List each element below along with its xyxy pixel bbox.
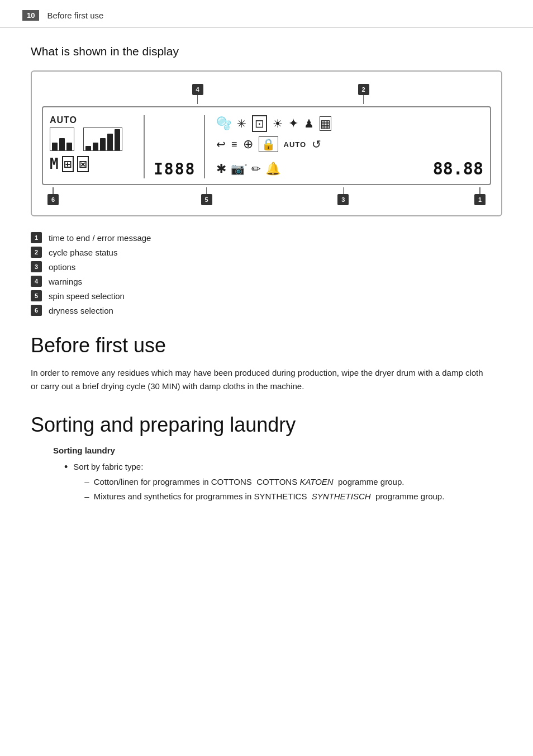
bar (66, 143, 72, 150)
header-title: Before first use (47, 11, 103, 20)
legend-num: 3 (31, 261, 42, 272)
display-panel: AUTO (42, 106, 491, 185)
legend-text: dryness selection (49, 306, 113, 315)
display-diagram: 4 2 AUTO (31, 70, 502, 216)
main-content: What is shown in the display 4 2 AUTO (0, 28, 533, 528)
legend-text: warnings (49, 277, 82, 286)
seg-8b: 8 (175, 160, 184, 178)
sensor-icon: 📷° (231, 162, 247, 176)
bullet-dot: • (64, 461, 68, 474)
pen-icon: ✏ (251, 162, 261, 176)
before-first-use-body: In order to remove any residues which ma… (31, 366, 489, 393)
lock-icon: 🔒 (259, 136, 278, 152)
icon-row-mid: ↩ ≡ ⊕ 🔒 AUTO ↺ (216, 136, 483, 152)
legend-text: cycle phase status (49, 248, 117, 257)
lines-icon: ≡ (231, 139, 237, 150)
legend-item: 5spin speed selection (31, 290, 502, 301)
legend-item: 3options (31, 261, 502, 272)
legend-text: options (49, 262, 75, 272)
legend-text: spin speed selection (49, 291, 125, 301)
dash: – (84, 476, 89, 489)
legend-item: 1time to end / error message (31, 232, 502, 243)
legend-num: 5 (31, 290, 42, 301)
auto-small-label: AUTO (284, 140, 307, 149)
bar (93, 143, 98, 150)
sub-bullet-item: –Cotton/linen for programmes in COTTONS … (84, 476, 444, 489)
callout-group-6: 6 (47, 187, 59, 205)
bullet-list: • Sort by fabric type: –Cotton/linen for… (64, 461, 502, 505)
legend-list: 1time to end / error message2cycle phase… (31, 232, 502, 316)
callout-group-1: 1 (474, 187, 486, 205)
auto-label: AUTO (50, 115, 77, 125)
seg-8: 8 (164, 160, 174, 178)
plus-circle-icon: ⊕ (243, 137, 253, 152)
bar (52, 143, 58, 150)
warm-icon: ☀ (273, 117, 283, 130)
drum-icon: ⊡ (252, 115, 267, 132)
fabric-icon: ▦ (320, 116, 331, 131)
seg-I: I (154, 160, 163, 178)
panel-divider (144, 115, 145, 178)
seg-m: M (50, 155, 59, 172)
callout-1: 1 (474, 194, 486, 205)
legend-item: 6dryness selection (31, 305, 502, 316)
program-icon: ✱ (216, 162, 226, 176)
seg-box2: ⊠ (77, 156, 89, 172)
legend-item: 4warnings (31, 276, 502, 287)
callout-3: 3 (337, 194, 349, 205)
page-number: 10 (22, 10, 39, 21)
legend-num: 6 (31, 305, 42, 316)
sub-bullet-list: –Cotton/linen for programmes in COTTONS … (84, 476, 444, 503)
bar (107, 134, 113, 150)
bullet-text-1: Sort by fabric type: (73, 462, 143, 471)
seg-8c: 8 (185, 160, 195, 178)
panel-left: AUTO (50, 115, 139, 178)
legend-num: 1 (31, 232, 42, 243)
steam-icon: 🫧 (216, 116, 231, 131)
callout-group-3: 3 (337, 187, 349, 205)
callout-4: 4 (192, 84, 203, 95)
person-icon: ♟ (304, 117, 314, 130)
page-header: 10 Before first use (0, 0, 533, 28)
sorting-sub-heading: Sorting laundry (53, 446, 502, 455)
seg-box: ⊞ (62, 156, 74, 172)
bar-chart (50, 127, 122, 151)
hot-icon: ✦ (288, 116, 298, 131)
callout-6: 6 (47, 194, 59, 205)
callout-2: 2 (358, 84, 369, 95)
time-display: 88.88 (433, 159, 483, 178)
icon-row-top: 🫧 ✳ ⊡ ☀ ✦ ♟ ▦ (216, 115, 483, 132)
display-section-heading: What is shown in the display (31, 45, 502, 58)
bar (85, 146, 91, 150)
panel-right: 🫧 ✳ ⊡ ☀ ✦ ♟ ▦ ↩ (210, 115, 483, 178)
reverse-icon: ↩ (216, 138, 226, 151)
legend-num: 2 (31, 247, 42, 258)
bar (115, 129, 120, 150)
panel-mid: I 8 8 8 (149, 115, 199, 178)
sorting-heading: Sorting and preparing laundry (31, 413, 502, 437)
callout-5: 5 (201, 194, 212, 205)
bell-icon: 🔔 (265, 162, 280, 176)
legend-text: time to end / error message (49, 233, 151, 243)
seg-display: I 8 8 8 (154, 160, 195, 178)
refresh-icon: ↺ (312, 138, 321, 151)
panel-divider2 (204, 115, 205, 178)
sub-bullet-text: Cotton/linen for programmes in COTTONS C… (94, 476, 404, 489)
icon-row-bottom: ✱ 📷° ✏ 🔔 88.88 (216, 159, 483, 178)
bullet-item-1: • Sort by fabric type: –Cotton/linen for… (64, 461, 502, 505)
sun-icon: ✳ (237, 117, 246, 130)
dash: – (84, 490, 89, 503)
legend-num: 4 (31, 276, 42, 287)
sub-bullet-text: Mixtures and synthetics for programmes i… (94, 490, 445, 503)
callout-group-5: 5 (201, 187, 212, 205)
bar (100, 138, 106, 150)
before-first-use-heading: Before first use (31, 334, 502, 357)
sub-bullet-item: –Mixtures and synthetics for programmes … (84, 490, 444, 503)
bar (59, 138, 65, 150)
legend-item: 2cycle phase status (31, 247, 502, 258)
